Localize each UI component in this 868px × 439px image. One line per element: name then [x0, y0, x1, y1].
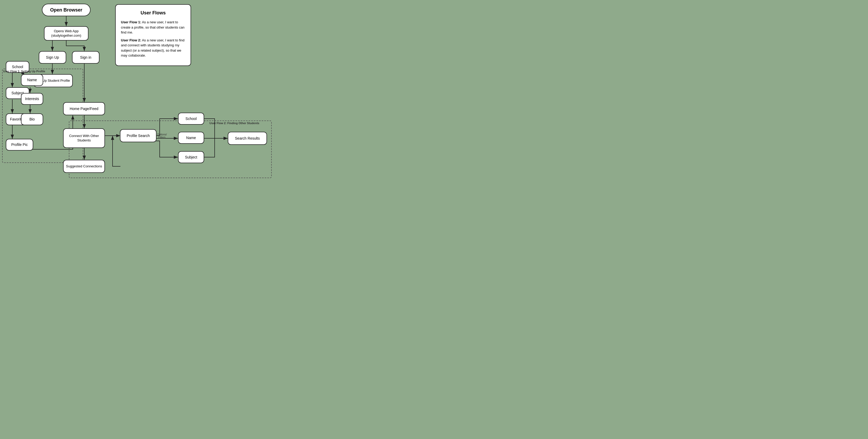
connect-students-node: Connect With Other Students	[63, 128, 105, 148]
info-box-title: User Flows	[121, 9, 185, 17]
profile-pic-node: Profile Pic	[6, 139, 33, 151]
options-filters-label: Options/ Filters	[157, 133, 167, 139]
name-right-node: Name	[178, 132, 204, 144]
interests-left-node: Interests	[21, 93, 43, 105]
search-results-node: Search Results	[228, 132, 267, 145]
user-flow-1-label: User Flow 1: Setting Up Profile	[3, 70, 45, 73]
bio-left-node: Bio	[21, 113, 43, 125]
profile-search-node: Profile Search	[120, 129, 157, 142]
flow1-label: User Flow 1:	[121, 20, 141, 24]
info-box-flow2: User Flow 2: As a new user, I want to fi…	[121, 38, 185, 58]
flow2-label: User Flow 2:	[121, 38, 141, 42]
subject-right-node: Subject	[178, 151, 204, 163]
opens-web-app-node: Opens Web App (studytogether.com)	[44, 26, 89, 40]
open-browser-node: Open Browser	[42, 4, 91, 16]
home-page-node: Home Page/Feed	[63, 102, 105, 115]
user-flow-2-label: User Flow 2: Finding Other Students	[209, 121, 259, 125]
suggested-connections-node: Suggested Connections	[63, 160, 105, 173]
school-right-node: School	[178, 113, 204, 125]
info-box-flow1: User Flow 1: As a new user, I want to cr…	[121, 20, 185, 35]
sign-in-node: Sign in	[72, 51, 99, 64]
name-left-node: Name	[21, 74, 43, 86]
user-flows-info-box: User Flows User Flow 1: As a new user, I…	[115, 4, 191, 66]
sign-up-node: Sign Up	[39, 51, 66, 64]
flowchart: Open Browser Opens Web App (studytogethe…	[0, 0, 434, 220]
